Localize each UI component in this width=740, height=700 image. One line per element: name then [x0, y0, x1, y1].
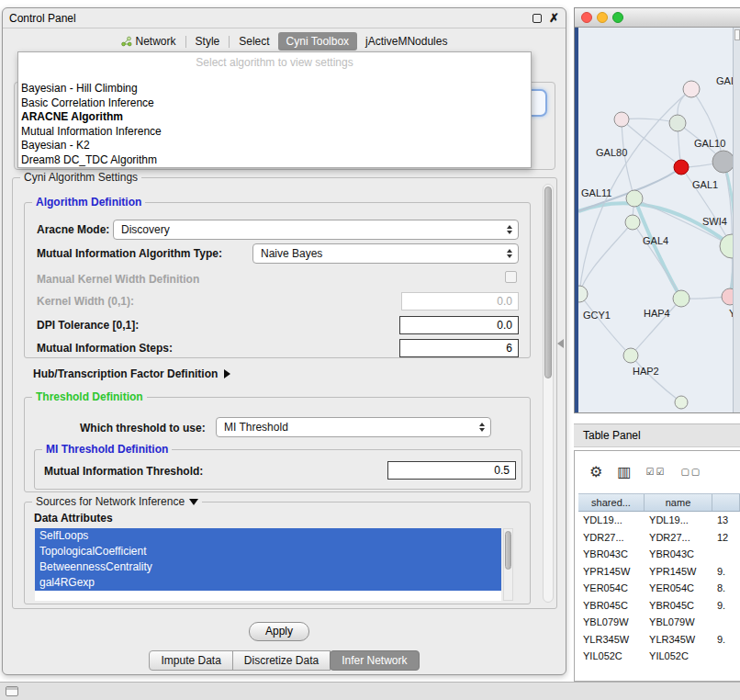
table-row[interactable]: YBR045C YBR045C 9. [578, 597, 740, 615]
table-row[interactable]: YIL052C YIL052C [578, 648, 740, 665]
table-cell[interactable]: YIL052C [578, 648, 645, 665]
table-row[interactable]: YBL079W YBL079W [578, 614, 740, 631]
network-node[interactable] [578, 286, 588, 302]
tab-jactivemnodules[interactable]: jActiveMNodules [357, 32, 455, 51]
network-node[interactable] [722, 288, 733, 305]
table-cell[interactable]: YDL19... [578, 512, 645, 529]
table-cell[interactable]: YDR27... [645, 529, 712, 547]
table-cell[interactable] [712, 648, 740, 665]
table-row[interactable]: YLR345W YLR345W 9. [578, 631, 740, 649]
network-node[interactable] [623, 348, 638, 363]
table-row[interactable]: YBR043C YBR043C [578, 546, 740, 563]
data-attributes-list[interactable]: SelfLoops TopologicalCoefficient Between… [35, 528, 501, 601]
column-header-name[interactable]: name [645, 494, 712, 511]
tab-network[interactable]: Network [113, 32, 185, 51]
network-node[interactable] [626, 190, 643, 207]
table-cell[interactable]: 9. [712, 631, 740, 649]
table-row[interactable]: YDL19... YDL19... 13 [578, 512, 740, 529]
which-threshold-combo[interactable]: MI Threshold [216, 417, 491, 437]
algorithm-option[interactable]: Dream8 DC_TDC Algorithm [18, 153, 531, 168]
column-header[interactable] [712, 494, 740, 511]
table-cell[interactable]: 9. [712, 597, 740, 615]
mi-steps-field[interactable]: 6 [399, 339, 519, 357]
panel-collapse-arrow[interactable] [557, 339, 564, 348]
table-row[interactable]: YDR27... YDR27... 12 [578, 529, 740, 547]
table-cell[interactable]: YBL079W [578, 614, 645, 631]
scrollbar-thumb[interactable] [544, 186, 552, 378]
close-icon[interactable]: ✗ [549, 11, 559, 25]
which-threshold-label: Which threshold to use: [80, 422, 206, 435]
restore-panel-icon[interactable] [6, 686, 18, 696]
float-window-icon[interactable] [533, 14, 542, 23]
table-cell[interactable]: YDL19... [645, 512, 712, 529]
table-cell[interactable]: YPR145W [645, 563, 712, 581]
network-scrollbar[interactable] [733, 28, 740, 412]
table-cell[interactable]: YER054C [578, 580, 645, 597]
sources-title[interactable]: Sources for Network Inference [32, 495, 202, 508]
attribute-item-selected[interactable]: TopologicalCoefficient [35, 544, 501, 559]
network-node[interactable] [625, 215, 640, 230]
network-window-titlebar[interactable] [575, 8, 740, 28]
aracne-mode-combo[interactable]: Discovery [113, 220, 519, 240]
algorithm-option[interactable]: Bayesian - Hill Climbing [18, 82, 531, 96]
control-panel-titlebar[interactable]: Control Panel ✗ [3, 8, 566, 28]
mi-type-combo[interactable]: Naive Bayes [252, 243, 519, 264]
network-canvas[interactable]: GAL GAL80 GAL10 GAL11 GAL1 SWI4 GAL4 GCY… [575, 28, 733, 412]
table-cell[interactable]: 12 [712, 529, 740, 547]
apply-button[interactable]: Apply [249, 622, 309, 641]
attributes-scrollbar[interactable] [503, 528, 513, 601]
table-cell[interactable]: YDR27... [578, 529, 645, 547]
tab-style[interactable]: Style [187, 32, 229, 51]
table-cell[interactable]: YIL052C [645, 648, 712, 665]
table-cell[interactable]: YPR145W [578, 563, 645, 581]
hub-definition-toggle[interactable]: Hub/Transcription Factor Definition [33, 367, 230, 380]
deselect-all-columns-icon[interactable]: ▢▢ [680, 468, 701, 477]
network-node[interactable] [673, 290, 690, 307]
zoom-traffic-light[interactable] [612, 12, 623, 23]
table-cell[interactable]: YLR345W [578, 631, 645, 649]
network-node[interactable] [675, 396, 688, 409]
table-cell[interactable]: YBR043C [578, 546, 645, 563]
column-header-shared-name[interactable]: shared... [578, 494, 645, 511]
table-cell[interactable]: 9. [712, 563, 740, 581]
table-row[interactable]: YPR145W YPR145W 9. [578, 563, 740, 581]
minimize-traffic-light[interactable] [597, 12, 608, 23]
tab-discretize-data[interactable]: Discretize Data [232, 650, 331, 671]
table-cell[interactable]: YBR045C [645, 597, 712, 615]
table-cell[interactable]: YBR045C [578, 597, 645, 615]
table-cell[interactable] [712, 546, 740, 563]
close-traffic-light[interactable] [581, 12, 592, 23]
table-cell[interactable]: YER054C [645, 580, 712, 597]
algorithm-option[interactable]: Bayesian - K2 [18, 139, 531, 153]
algorithm-option-selected[interactable]: ARACNE Algorithm [18, 110, 531, 125]
table-cell[interactable]: 8. [712, 580, 740, 597]
table-cell[interactable] [712, 614, 740, 631]
attribute-item-selected[interactable]: SelfLoops [35, 528, 501, 544]
settings-scrollbar[interactable] [543, 184, 554, 603]
select-all-columns-icon[interactable]: ☑☑ [645, 468, 666, 477]
network-node[interactable] [669, 115, 686, 131]
scrollbar-thumb[interactable] [505, 531, 511, 570]
tab-select[interactable]: Select [230, 32, 277, 51]
table-cell[interactable]: YBR043C [645, 546, 712, 563]
tab-infer-network[interactable]: Infer Network [330, 650, 419, 671]
table-cell[interactable]: YLR345W [645, 631, 712, 649]
attribute-item-selected[interactable]: BetweennessCentrality [35, 559, 501, 575]
tab-impute-data[interactable]: Impute Data [149, 650, 232, 671]
mi-threshold-field[interactable]: 0.5 [387, 461, 516, 480]
attribute-item-selected[interactable]: gal4RGexp [35, 575, 501, 591]
algorithm-option[interactable]: Mutual Information Inference [18, 125, 531, 140]
table-settings-gear-icon[interactable]: ⚙ [589, 465, 602, 480]
algorithm-option[interactable]: Basic Correlation Inference [18, 96, 531, 111]
network-node-selected[interactable] [674, 160, 689, 175]
table-columns-icon[interactable]: ▥ [617, 465, 631, 480]
dpi-tolerance-field[interactable]: 0.0 [399, 316, 519, 334]
tab-cyni-toolbox[interactable]: Cyni Toolbox [278, 32, 357, 51]
table-cell[interactable]: 13 [712, 512, 740, 529]
network-node[interactable] [712, 151, 733, 173]
network-node[interactable] [614, 112, 629, 127]
table-cell[interactable]: YBL079W [645, 614, 712, 631]
scrollbar-button[interactable] [734, 29, 740, 40]
table-row[interactable]: YER054C YER054C 8. [578, 580, 740, 597]
network-node[interactable] [683, 81, 700, 97]
